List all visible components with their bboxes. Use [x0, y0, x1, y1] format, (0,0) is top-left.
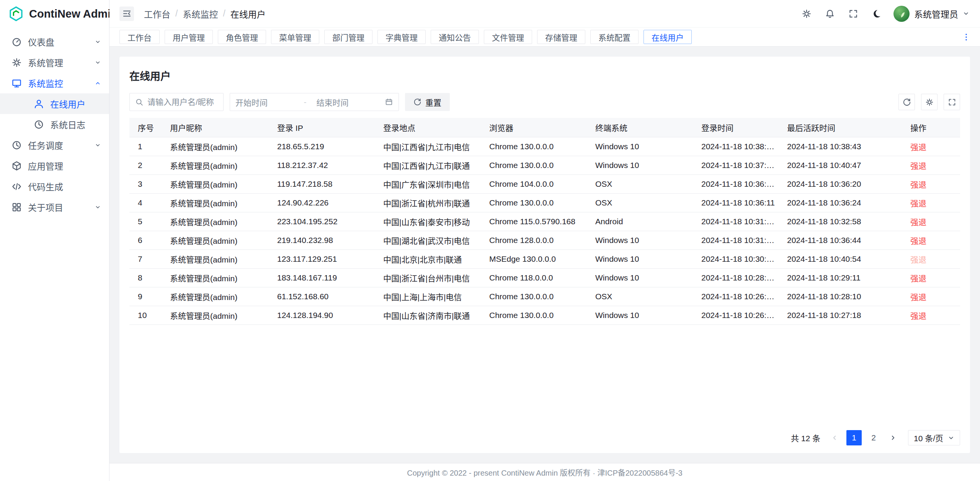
next-page-button[interactable] — [885, 430, 901, 445]
cell-last-active: 2024-11-18 10:38:43 — [781, 137, 904, 156]
table-refresh-button[interactable] — [898, 94, 915, 110]
sidebar-item-system-logs[interactable]: 系统日志 — [0, 114, 109, 135]
table-fullscreen-button[interactable] — [944, 94, 960, 110]
page-1-button[interactable]: 1 — [846, 430, 862, 445]
force-logout-link[interactable]: 强退 — [910, 293, 926, 302]
cell-location: 中国|江西省|九江市|电信 — [377, 137, 483, 156]
tab[interactable]: 通知公告 — [431, 30, 479, 44]
cell-browser: Chrome 128.0.0.0 — [483, 231, 589, 249]
reset-button-label: 重置 — [425, 96, 441, 108]
breadcrumb-item[interactable]: 工作台 — [144, 7, 170, 20]
app-title: ContiNew Admin — [29, 8, 118, 20]
tab[interactable]: 文件管理 — [484, 30, 532, 44]
cell-location: 中国|浙江省|台州市|电信 — [377, 268, 483, 287]
cell-last-active: 2024-11-18 10:27:18 — [781, 306, 904, 324]
chevron-down-icon — [94, 38, 101, 46]
sidebar-item-dashboard[interactable]: 仪表盘 — [0, 31, 109, 52]
sidebar-item-system-monitor[interactable]: 系统监控 — [0, 73, 109, 93]
page-size-select[interactable]: 10 条/页 — [908, 430, 960, 445]
cell-index: 7 — [129, 249, 164, 268]
tab[interactable]: 部门管理 — [324, 30, 372, 44]
history-icon — [34, 119, 44, 130]
cell-os: Windows 10 — [589, 306, 695, 324]
date-range-picker[interactable]: 开始时间 - 结束时间 — [230, 93, 399, 111]
search-input[interactable] — [147, 98, 218, 107]
user-name: 系统管理员 — [914, 7, 958, 20]
column-header: 终端系统 — [589, 118, 695, 137]
gear-icon — [802, 9, 812, 19]
grid-icon — [11, 202, 22, 212]
avatar — [893, 6, 910, 22]
prev-page-button[interactable] — [827, 430, 842, 445]
force-logout-link[interactable]: 强退 — [910, 180, 926, 189]
table-row: 6 系统管理员(admin) 219.140.232.98 中国|湖北省|武汉市… — [129, 231, 960, 249]
settings-button[interactable] — [800, 7, 813, 20]
fullscreen-icon — [848, 9, 858, 19]
copyright-text: Copyright © 2022 - present ContiNew Admi… — [407, 467, 683, 478]
gear-icon — [925, 98, 934, 106]
tab[interactable]: 在线用户 — [644, 30, 692, 44]
cell-login-time: 2024-11-18 10:31:39 — [695, 212, 781, 231]
monitor-icon — [11, 78, 22, 88]
notifications-button[interactable] — [823, 7, 836, 20]
cell-location: 中国|北京|北京市|联通 — [377, 249, 483, 268]
sidebar-collapse-button[interactable] — [119, 7, 134, 21]
tab-actions-button[interactable] — [959, 30, 973, 44]
chevron-up-icon — [94, 80, 101, 87]
column-header: 最后活跃时间 — [781, 118, 904, 137]
tab[interactable]: 系统配置 — [590, 30, 639, 44]
fullscreen-button[interactable] — [847, 7, 860, 20]
sidebar-item-app-management[interactable]: 应用管理 — [0, 155, 109, 176]
date-range-separator: - — [304, 98, 307, 107]
cell-last-active: 2024-11-18 10:40:47 — [781, 156, 904, 174]
cell-os: Windows 10 — [589, 249, 695, 268]
user-menu[interactable]: 系统管理员 — [893, 6, 969, 22]
sidebar-item-about-project[interactable]: 关于项目 — [0, 197, 109, 217]
tab[interactable]: 用户管理 — [165, 30, 213, 44]
sidebar-item-code-generation[interactable]: 代码生成 — [0, 176, 109, 197]
tab[interactable]: 角色管理 — [218, 30, 266, 44]
app-logo[interactable]: ContiNew Admin — [0, 0, 109, 28]
clock-icon — [11, 140, 22, 150]
tab[interactable]: 存储管理 — [537, 30, 585, 44]
cell-last-active: 2024-11-18 10:29:11 — [781, 268, 904, 287]
chevron-down-icon — [948, 435, 954, 441]
tab[interactable]: 工作台 — [119, 30, 160, 44]
force-logout-link[interactable]: 强退 — [910, 199, 926, 208]
code-icon — [11, 181, 22, 192]
column-header: 登录 IP — [271, 118, 377, 137]
sidebar-item-system-management[interactable]: 系统管理 — [0, 52, 109, 73]
chevron-right-icon — [890, 434, 897, 441]
start-date-field[interactable]: 开始时间 — [235, 96, 300, 108]
table-row: 1 系统管理员(admin) 218.65.5.219 中国|江西省|九江市|电… — [129, 137, 960, 156]
cell-ip: 124.128.194.90 — [271, 306, 377, 324]
table-settings-button[interactable] — [921, 94, 938, 110]
cell-ip: 218.65.5.219 — [271, 137, 377, 156]
sidebar-item-online-users[interactable]: 在线用户 — [0, 93, 109, 114]
force-logout-link[interactable]: 强退 — [910, 218, 926, 227]
cell-location: 中国|湖北省|武汉市|电信 — [377, 231, 483, 249]
tab[interactable]: 菜单管理 — [271, 30, 319, 44]
cell-nickname: 系统管理员(admin) — [164, 268, 271, 287]
cell-last-active: 2024-11-18 10:32:58 — [781, 212, 904, 231]
force-logout-link[interactable]: 强退 — [910, 161, 926, 170]
table-row: 3 系统管理员(admin) 119.147.218.58 中国|广东省|深圳市… — [129, 174, 960, 193]
breadcrumb-item[interactable]: 系统监控 — [183, 7, 218, 20]
end-date-field[interactable]: 结束时间 — [310, 96, 381, 108]
cell-action: 强退 — [904, 156, 960, 174]
force-logout-link[interactable]: 强退 — [910, 274, 926, 283]
force-logout-link[interactable]: 强退 — [910, 143, 926, 152]
force-logout-link[interactable]: 强退 — [910, 236, 926, 245]
cell-action: 强退 — [904, 287, 960, 306]
tab[interactable]: 字典管理 — [377, 30, 426, 44]
pagination-total: 共 12 条 — [791, 432, 820, 443]
force-logout-link[interactable]: 强退 — [910, 255, 926, 264]
cell-nickname: 系统管理员(admin) — [164, 156, 271, 174]
page-2-button[interactable]: 2 — [866, 430, 881, 445]
chevron-down-icon — [94, 204, 101, 211]
cell-last-active: 2024-11-18 10:40:54 — [781, 249, 904, 268]
force-logout-link[interactable]: 强退 — [910, 311, 926, 320]
dark-mode-button[interactable] — [870, 7, 883, 20]
reset-button[interactable]: 重置 — [405, 93, 450, 111]
sidebar-item-task-scheduler[interactable]: 任务调度 — [0, 135, 109, 155]
